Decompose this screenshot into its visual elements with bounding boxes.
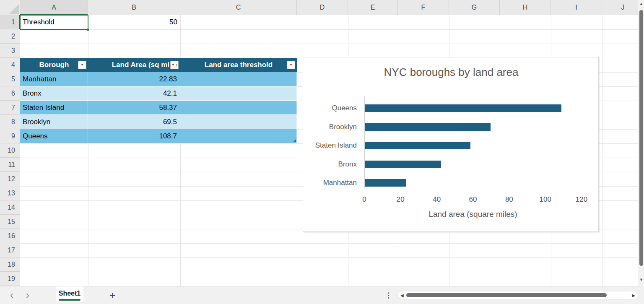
- table-cell[interactable]: Staten Island: [20, 101, 88, 115]
- column-header-H[interactable]: H: [500, 0, 551, 15]
- filter-dropdown-icon: ▼: [80, 63, 84, 67]
- vertical-scroll-thumb[interactable]: [639, 10, 643, 266]
- row-header-3[interactable]: 3: [0, 44, 20, 58]
- cell-A1-text: Threshold: [23, 16, 55, 29]
- scroll-down-icon[interactable]: ▼: [638, 278, 644, 282]
- category-label-2: Staten Island: [306, 141, 357, 150]
- next-sheet-button[interactable]: ›: [24, 291, 31, 299]
- row-header-1[interactable]: 1: [0, 15, 20, 29]
- gridline-vertical: [602, 15, 602, 286]
- row-header-5[interactable]: 5: [0, 72, 20, 86]
- row-header-12[interactable]: 12: [0, 172, 20, 186]
- category-label-4: Manhattan: [306, 178, 357, 187]
- table-resize-handle-icon[interactable]: [293, 139, 296, 142]
- bar-4: [365, 179, 406, 187]
- cell-B1[interactable]: 50: [88, 15, 180, 29]
- x-tick-label-60: 60: [460, 195, 486, 204]
- row-header-13[interactable]: 13: [0, 186, 20, 200]
- table-cell[interactable]: Bronx: [20, 86, 88, 101]
- row-header-18[interactable]: 18: [0, 257, 20, 272]
- sheet-canvas[interactable]: 50 Threshold Borough▼Land Area (sq mi▼↑L…: [0, 0, 644, 286]
- table-cell[interactable]: 108.7: [88, 129, 180, 143]
- scroll-left-icon[interactable]: ◀: [400, 293, 404, 298]
- column-header-G[interactable]: G: [449, 0, 500, 15]
- x-axis-title: Land area (square miles): [364, 210, 582, 219]
- row-header-6[interactable]: 6: [0, 86, 20, 101]
- table-cell[interactable]: 22.83: [88, 72, 180, 86]
- scroll-right-icon[interactable]: ▶: [632, 293, 635, 298]
- table-cell[interactable]: Queens: [20, 129, 88, 143]
- scrollbar-drag-handle[interactable]: ⋮: [385, 291, 392, 300]
- category-label-1: Brooklyn: [306, 122, 357, 132]
- table-cell[interactable]: Manhattan: [20, 72, 88, 86]
- column-header-strip: ABCDEFGHIJ: [0, 0, 644, 15]
- table-cell[interactable]: [180, 86, 297, 101]
- horizontal-scroll-thumb[interactable]: [406, 293, 607, 297]
- table-header-0[interactable]: Borough▼: [20, 58, 88, 72]
- column-header-I[interactable]: I: [551, 0, 602, 15]
- table-cell[interactable]: [180, 115, 297, 129]
- chart-plot-area: QueensBrooklynStaten IslandBronxManhatta…: [303, 57, 599, 232]
- gridline-horizontal: [20, 257, 644, 258]
- active-tab-underline: [59, 299, 80, 301]
- gridline-horizontal: [20, 243, 644, 244]
- table-header-2[interactable]: Land area threshold▼: [180, 58, 297, 72]
- bar-1: [365, 123, 491, 131]
- gridline-horizontal: [20, 29, 644, 30]
- filter-dropdown-icon: ▼: [171, 63, 175, 67]
- sort-ascending-icon: ↑: [175, 63, 178, 68]
- row-header-11[interactable]: 11: [0, 158, 20, 172]
- column-header-B[interactable]: B: [88, 0, 180, 15]
- row-header-strip: 12345678910111213141516171819: [0, 15, 20, 286]
- filter-button-1[interactable]: ▼↑: [170, 61, 179, 69]
- row-header-8[interactable]: 8: [0, 115, 20, 129]
- gridline-vertical: [297, 15, 297, 286]
- filter-dropdown-icon: ▼: [289, 63, 293, 67]
- data-table: Borough▼Land Area (sq mi▼↑Land area thre…: [20, 58, 297, 143]
- x-tick-label-0: 0: [352, 195, 377, 204]
- table-cell[interactable]: Brooklyn: [20, 115, 88, 129]
- table-cell[interactable]: [180, 72, 297, 86]
- table-cell[interactable]: 42.1: [88, 86, 180, 101]
- horizontal-scrollbar[interactable]: ◀ ▶: [397, 291, 638, 299]
- table-cell[interactable]: [180, 101, 297, 115]
- row-header-7[interactable]: 7: [0, 101, 20, 115]
- sheet-tab-sheet1[interactable]: Sheet1: [56, 286, 83, 302]
- row-header-15[interactable]: 15: [0, 215, 20, 229]
- filter-button-0[interactable]: ▼: [78, 61, 86, 69]
- bar-2: [365, 142, 470, 149]
- table-header-label: Land Area (sq mi: [112, 61, 169, 69]
- table-header-1[interactable]: Land Area (sq mi▼↑: [88, 58, 180, 72]
- select-all-button[interactable]: [0, 0, 20, 15]
- gridline-vertical: [88, 15, 88, 286]
- x-tick-label-120: 120: [569, 195, 594, 204]
- table-cell[interactable]: 58.37: [88, 101, 180, 115]
- add-sheet-button[interactable]: +: [107, 289, 118, 301]
- column-header-A[interactable]: A: [20, 0, 88, 15]
- x-tick-label-40: 40: [424, 195, 449, 204]
- column-header-C[interactable]: C: [180, 0, 297, 15]
- scroll-up-icon[interactable]: ▲: [638, 2, 644, 6]
- table-cell[interactable]: 69.5: [88, 115, 180, 129]
- prev-sheet-button[interactable]: ‹: [8, 291, 16, 299]
- vertical-scrollbar[interactable]: ▲ ▼: [638, 0, 644, 286]
- row-header-14[interactable]: 14: [0, 200, 20, 215]
- x-tick-label-100: 100: [533, 195, 558, 204]
- row-header-16[interactable]: 16: [0, 229, 20, 243]
- column-header-E[interactable]: E: [348, 0, 398, 15]
- chart[interactable]: NYC boroughs by land area QueensBrooklyn…: [303, 57, 599, 232]
- row-header-9[interactable]: 9: [0, 129, 20, 143]
- row-header-19[interactable]: 19: [0, 272, 20, 286]
- table-cell[interactable]: [180, 129, 297, 143]
- selected-cell-A1[interactable]: Threshold: [20, 15, 88, 30]
- row-header-10[interactable]: 10: [0, 143, 20, 158]
- row-header-17[interactable]: 17: [0, 243, 20, 257]
- sheet-tab-label: Sheet1: [59, 290, 80, 297]
- fill-handle[interactable]: [87, 28, 90, 31]
- row-header-2[interactable]: 2: [0, 29, 20, 44]
- row-header-4[interactable]: 4: [0, 58, 20, 72]
- column-header-F[interactable]: F: [398, 0, 449, 15]
- gridline-vertical: [180, 15, 181, 286]
- column-header-D[interactable]: D: [297, 0, 348, 15]
- filter-button-2[interactable]: ▼: [287, 61, 295, 69]
